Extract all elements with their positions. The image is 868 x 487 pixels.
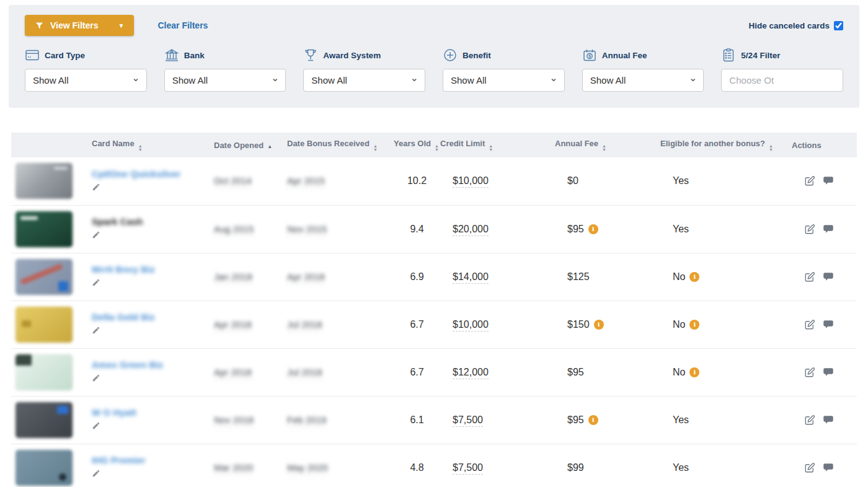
benefit-select[interactable]: Show All [443,69,565,92]
filter-label-benefit: Benefit [463,51,491,60]
filter-group-benefit: Benefit Show All [443,47,565,92]
view-filters-button[interactable]: View Filters ▼ [25,15,134,36]
filter-group-annual-fee: Annual Fee Show All [582,47,704,92]
date-bonus-received-value[interactable]: Apr 2015 [287,175,325,188]
hide-canceled-label: Hide canceled cards [748,21,830,30]
date-bonus-received-value[interactable]: Nov 2015 [287,224,327,236]
credit-card-icon [25,48,40,63]
card-art-thumbnail[interactable] [16,211,73,247]
annual-fee-value: $150 [567,319,590,330]
card-type-select[interactable]: Show All [25,69,147,92]
card-name-link[interactable]: IHG Premier [92,455,214,465]
card-name-link[interactable]: Mrrtt Bnvy Biz [92,264,214,274]
edit-card-icon[interactable] [804,175,815,186]
card-art-thumbnail[interactable] [16,354,73,390]
edit-card-icon[interactable] [804,224,815,235]
card-name-link[interactable]: Delta Gold Biz [92,312,214,322]
eligible-value: Yes [673,175,689,186]
card-art-thumbnail[interactable] [16,163,73,199]
date-bonus-received-value[interactable]: Feb 2019 [287,415,326,427]
credit-limit-value[interactable]: $20,000 [453,224,489,236]
sort-both-icon: ▲▼ [373,144,378,152]
edit-pencil-icon[interactable] [92,469,100,480]
edit-pencil-icon[interactable] [92,374,100,385]
clear-filters-link[interactable]: Clear Filters [157,20,208,30]
date-bonus-received-value[interactable]: May 2020 [287,462,328,475]
annual-fee-info-icon[interactable]: i [588,415,598,425]
card-art-thumbnail[interactable] [16,450,73,486]
comment-icon[interactable] [823,271,834,283]
comment-icon[interactable] [823,462,834,473]
col-header-date-bonus-received[interactable]: Date Bonus Received▲▼ [287,133,394,157]
hide-canceled-cards-toggle: Hide canceled cards [748,21,843,30]
table-row: Mrrtt Bnvy Biz Jan 2018 Apr 2018 6.9 $14… [11,253,857,301]
credit-limit-value[interactable]: $10,000 [453,175,489,188]
card-art-thumbnail[interactable] [16,307,73,343]
edit-pencil-icon[interactable] [92,230,100,242]
date-opened-value[interactable]: Jan 2018 [214,271,252,284]
card-art-thumbnail[interactable] [16,402,73,438]
bank-select[interactable]: Show All [164,69,286,92]
edit-card-icon[interactable] [804,319,815,330]
annual-fee-select[interactable]: Show All [582,69,704,92]
table-row: IHG Premier Mar 2020 May 2020 4.8 $7,500… [11,444,857,487]
edit-pencil-icon[interactable] [92,183,100,194]
col-header-eligible-for-another-bonus-[interactable]: Eligible for another bonus?▲▼ [660,133,792,157]
filter-label-award-system: Award System [323,51,381,60]
date-bonus-received-value[interactable]: Jul 2018 [287,319,322,331]
credit-limit-value[interactable]: $7,500 [453,462,483,475]
date-opened-value[interactable]: Aug 2015 [214,224,254,236]
card-name-link[interactable]: Spark Cash [92,216,214,227]
credit-limit-value[interactable]: $10,000 [453,319,489,331]
comment-icon[interactable] [823,367,834,378]
annual-fee-value: $0 [567,175,578,186]
annual-fee-value: $125 [567,271,590,283]
eligible-info-icon[interactable]: i [689,320,699,330]
comment-icon[interactable] [823,224,834,235]
col-header-years-old[interactable]: Years Old▲▼ [394,133,440,157]
col-header-credit-limit[interactable]: Credit Limit▲▼ [440,133,555,157]
col-header-card-name[interactable]: Card Name▲▼ [92,133,214,157]
date-opened-value[interactable]: Mar 2020 [214,462,253,475]
card-name-link[interactable]: W O Hyatt [92,407,214,418]
card-name-link[interactable]: CptlOne Quicksilver [92,169,214,179]
annual-fee-value: $95 [567,415,584,426]
date-opened-value[interactable]: Apr 2018 [214,319,252,331]
years-old-value: 6.7 [410,367,423,377]
comment-icon[interactable] [823,175,834,186]
comment-icon[interactable] [823,415,834,426]
view-filters-label: View Filters [50,20,99,30]
date-opened-value[interactable]: Oct 2014 [214,175,252,188]
date-bonus-received-value[interactable]: Apr 2018 [287,271,325,284]
eligible-info-icon[interactable]: i [689,272,699,282]
eligible-value: No [673,271,685,283]
calendar-dollar-icon [582,48,597,63]
date-bonus-received-value[interactable]: Jul 2018 [287,367,322,379]
date-opened-value[interactable]: Nov 2018 [214,415,254,427]
524-filter-input[interactable] [721,69,843,92]
credit-limit-value[interactable]: $7,500 [453,415,483,427]
eligible-value: Yes [673,462,689,473]
hide-canceled-checkbox[interactable] [834,21,843,30]
credit-limit-value[interactable]: $12,000 [453,367,489,379]
edit-pencil-icon[interactable] [92,278,100,289]
comment-icon[interactable] [823,319,834,330]
credit-limit-value[interactable]: $14,000 [453,271,489,284]
edit-card-icon[interactable] [804,462,815,473]
years-old-value: 9.4 [410,224,423,234]
award-system-select[interactable]: Show All [303,69,425,92]
annual-fee-info-icon[interactable]: i [588,224,598,234]
edit-card-icon[interactable] [804,415,815,426]
card-art-thumbnail[interactable] [16,259,73,295]
col-header-date-opened[interactable]: Date Opened▲ [214,133,287,157]
edit-card-icon[interactable] [804,271,815,283]
edit-pencil-icon[interactable] [92,326,100,337]
edit-pencil-icon[interactable] [92,421,100,432]
col-header-annual-fee[interactable]: Annual Fee▲▼ [555,133,660,157]
card-name-link[interactable]: Amex Green Biz [92,359,214,370]
years-old-value: 6.7 [410,319,423,330]
date-opened-value[interactable]: Apr 2018 [214,367,252,379]
edit-card-icon[interactable] [804,367,815,378]
annual-fee-info-icon[interactable]: i [594,320,604,330]
eligible-info-icon[interactable]: i [689,367,699,377]
